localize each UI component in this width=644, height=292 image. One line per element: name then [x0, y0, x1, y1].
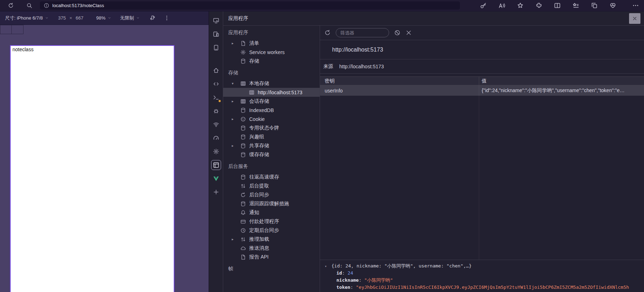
tree-item-speculative-loads[interactable]: 推理加载 — [223, 235, 320, 244]
chevron-right-icon[interactable] — [232, 237, 240, 241]
table-row[interactable]: userInfo {"id":24,"nickname":"小陈同学哟","us… — [320, 85, 644, 96]
tree-item-cookies[interactable]: Cookie — [223, 115, 320, 123]
browser-essentials-icon[interactable] — [609, 2, 616, 9]
tree-item-interest-groups[interactable]: 兴趣组 — [223, 132, 320, 141]
origin-label: 来源 — [323, 63, 333, 70]
origin-value: http://localhost:5173 — [339, 64, 384, 69]
clear-all-icon[interactable] — [394, 30, 400, 36]
tree-item-local-storage-origin[interactable]: http://localhost:5173 — [223, 88, 320, 97]
password-key-icon[interactable] — [480, 2, 487, 9]
chevron-right-icon[interactable] — [232, 99, 240, 103]
database-icon — [240, 174, 246, 180]
url-text: localhost:5173/noteClass — [52, 3, 104, 8]
database-icon — [240, 152, 246, 158]
tree-item-cache-storage[interactable]: 缓存存储 — [223, 150, 320, 159]
tree-item-bounce-tracking[interactable]: 退回跟踪缓解措施 — [223, 199, 320, 208]
refresh-icon[interactable] — [324, 30, 331, 36]
preview-prop-nickname: nickname"小陈同学哟" — [325, 277, 644, 284]
tree-item-push-messaging[interactable]: 推送消息 — [223, 244, 320, 253]
application-panel-icon[interactable] — [211, 160, 221, 170]
tree-item-bfcache[interactable]: 往返高速缓存 — [223, 172, 320, 181]
device-size-select[interactable]: 尺寸: iPhone 6/7/8 — [5, 15, 49, 21]
tree-item-storage[interactable]: 存储 — [223, 57, 320, 65]
value-column-header: 值 — [479, 77, 644, 85]
tree-item-local-storage[interactable]: 本地存储 — [223, 79, 320, 88]
throttling-select[interactable]: 无限制 — [120, 15, 140, 21]
local-storage-view: http://localhost:5173 来源 http://localhos… — [320, 26, 644, 292]
chevron-down-icon[interactable]: ▾ — [325, 263, 331, 270]
chevron-right-icon[interactable] — [232, 41, 240, 45]
section-application: 应用程序 — [223, 27, 320, 39]
sync-icon — [240, 192, 246, 198]
inspect-icon[interactable] — [211, 16, 221, 26]
database-icon — [240, 134, 246, 140]
close-devtools-button[interactable] — [629, 13, 640, 24]
debugger-icon[interactable] — [211, 106, 221, 116]
delete-selected-icon[interactable] — [405, 30, 412, 36]
devtools-activity-bar — [209, 11, 223, 292]
tree-item-payment-handler[interactable]: 付款处理程序 — [223, 217, 320, 226]
database-icon — [240, 143, 246, 149]
page-viewport[interactable]: noteclass — [10, 45, 174, 292]
network-icon[interactable] — [211, 120, 221, 129]
favorite-add-icon[interactable] — [517, 2, 524, 9]
chevron-down-icon — [45, 16, 49, 20]
sources-icon[interactable] — [211, 79, 221, 89]
read-aloud-icon[interactable] — [498, 2, 505, 9]
cookie-icon — [240, 116, 246, 122]
chevron-right-icon[interactable] — [232, 117, 240, 121]
performance-icon[interactable] — [211, 133, 221, 143]
reload-icon[interactable] — [6, 1, 16, 11]
tree-item-shared-storage[interactable]: 共享存储 — [223, 141, 320, 150]
chevron-down-icon — [136, 16, 140, 20]
rotate-device-icon[interactable] — [148, 14, 157, 23]
page-text: noteclass — [11, 46, 174, 53]
times-sign: × — [69, 15, 72, 21]
tree-item-manifest[interactable]: 清单 — [223, 39, 320, 48]
tree-item-private-state-tokens[interactable]: 专用状态令牌 — [223, 123, 320, 132]
tree-item-periodic-sync[interactable]: 定期后台同步 — [223, 226, 320, 235]
collections-icon[interactable] — [591, 2, 598, 9]
storage-key-bar[interactable]: http://localhost:5173 — [320, 40, 644, 59]
zoom-select[interactable]: 98% — [96, 15, 111, 21]
document-icon — [240, 41, 246, 46]
vue-devtools-icon[interactable] — [211, 174, 221, 184]
extensions-icon[interactable] — [535, 2, 542, 9]
device-toolbar: 尺寸: iPhone 6/7/8 375 × 667 98% 无限制 — [0, 11, 209, 25]
tree-item-service-workers[interactable]: Service workers — [223, 48, 320, 57]
table-header: 密钥 值 — [320, 76, 644, 85]
search-icon[interactable] — [24, 1, 34, 11]
ruler-cell — [0, 25, 12, 34]
tree-item-session-storage[interactable]: 会话存储 — [223, 97, 320, 106]
device-frame-icon[interactable] — [211, 43, 221, 53]
home-icon[interactable] — [211, 65, 221, 75]
browser-chrome: localhost:5173/noteClass — [0, 0, 644, 11]
settings-more-icon[interactable] — [632, 2, 639, 9]
table-grid-icon — [240, 99, 246, 104]
tree-item-indexeddb[interactable]: IndexedDB — [223, 106, 320, 115]
tree-item-reporting-api[interactable]: 报告 API — [223, 253, 320, 261]
chevron-right-icon[interactable] — [232, 144, 240, 148]
device-emulation-icon[interactable] — [211, 29, 221, 39]
viewport-width-input[interactable]: 375 — [58, 15, 66, 21]
tree-item-background-fetch[interactable]: 后台提取 — [223, 181, 320, 190]
device-toolbar-menu-icon[interactable] — [162, 14, 171, 23]
more-tools-plus-icon[interactable] — [211, 187, 221, 197]
chevron-down-icon[interactable] — [232, 81, 240, 85]
origin-row: 来源 http://localhost:5173 — [320, 59, 644, 74]
settings-gear-icon[interactable] — [211, 147, 221, 156]
device-emulation-pane: 尺寸: iPhone 6/7/8 375 × 667 98% 无限制 — [0, 11, 209, 292]
tree-item-notifications[interactable]: 通知 — [223, 208, 320, 217]
tree-item-background-sync[interactable]: 后台同步 — [223, 190, 320, 199]
address-bar[interactable]: localhost:5173/noteClass — [40, 1, 460, 10]
split-screen-icon[interactable] — [554, 2, 561, 9]
emulation-canvas: noteclass — [0, 25, 209, 292]
database-icon — [240, 58, 246, 64]
favorites-bar-icon[interactable] — [572, 2, 579, 9]
preview-summary[interactable]: ▾{id: 24, nickname: "小陈同学哟", username: "… — [325, 262, 644, 270]
browser-actions — [480, 2, 639, 9]
site-info-icon[interactable] — [44, 3, 49, 8]
viewport-height-input[interactable]: 667 — [76, 15, 84, 21]
filter-input[interactable] — [336, 28, 389, 37]
console-icon[interactable] — [211, 92, 221, 102]
